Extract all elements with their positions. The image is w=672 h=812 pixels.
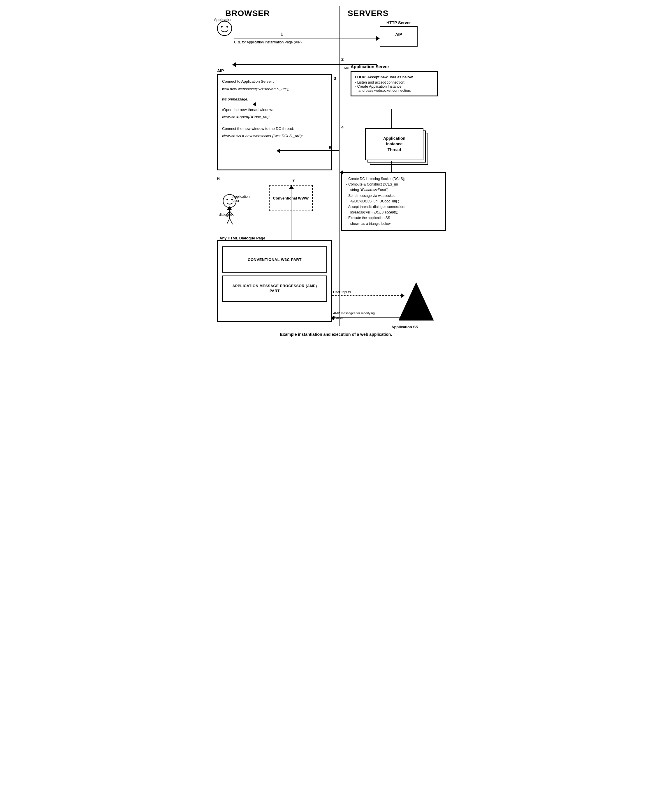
app-instance-text-box: - Create DC Listening Socket (DCLS); - C… — [341, 172, 446, 231]
arrow-7-head-up — [289, 185, 294, 189]
http-server-container: HTTP Server AIP — [375, 20, 422, 55]
app-ss-triangle — [398, 283, 434, 324]
servers-header: SERVERS — [348, 9, 388, 18]
aip-box: Connect to Application Server : ws= new … — [217, 74, 332, 171]
app-inst-to-text-horiz — [341, 172, 392, 172]
svg-point-4 — [226, 199, 228, 200]
app-user-bottom-label: Application user — [233, 194, 250, 203]
arrow-7-number: 7 — [292, 177, 295, 183]
aip-line-7: Newwin.ws = new websocket ("ws: DCLS _ur… — [222, 133, 327, 139]
dialogue-arrow-line — [229, 207, 229, 240]
svg-line-10 — [230, 218, 233, 224]
ait-line-1: - Create DC Listening Socket (DCLS); — [346, 176, 441, 182]
ait-line-7: threadsocket = DCLS.accept(); — [346, 210, 441, 215]
amp-messages-line — [332, 317, 402, 318]
app-instance-thread-box: ApplicationInstanceThread — [365, 128, 423, 160]
http-server-box: AIP — [380, 26, 417, 47]
amp-text: APPLICATION MESSAGE PROCESSOR (AMP)PART — [232, 284, 317, 294]
http-server-aip-text: AIP — [380, 27, 417, 37]
amp-messages-label: AMP messages for modifyingdisplay — [333, 311, 400, 320]
arrow-3-number: 3 — [333, 76, 336, 81]
app-server-label: Application Server — [351, 64, 389, 69]
arrow-5-number: 5 — [329, 145, 331, 150]
section-6-label: 6 — [217, 176, 220, 181]
app-server-line-2: - Listen and accept connection; — [355, 80, 434, 84]
smiley-top-icon — [217, 20, 233, 38]
arrow-5-vert — [339, 104, 340, 150]
aip-box-label: AIP — [217, 68, 224, 73]
app-server-line-1: LOOP: Accept new user as below — [355, 75, 434, 79]
aip-line-6: Connect the new window to the DC thread: — [222, 126, 327, 131]
app-ss-label: Application SS — [392, 325, 418, 329]
ait-line-4: - Send message via websocket: — [346, 193, 441, 199]
arrow-5-head — [277, 148, 280, 153]
amp-box: APPLICATION MESSAGE PROCESSOR (AMP)PART — [222, 276, 327, 302]
app-server-line-4: and pass websocket connection. — [355, 89, 434, 93]
dialogue-label: dialogue — [219, 213, 232, 217]
aip-line-3: ws.onmessage: — [222, 96, 327, 102]
main-dialogue-box: CONVENTIONAL W3C PART APPLICATION MESSAG… — [217, 240, 332, 322]
html-dialogue-label: Any HTML Dialogue Page — [219, 236, 265, 240]
svg-point-1 — [221, 26, 223, 28]
app-server-box: LOOP: Accept new user as below - Listen … — [351, 72, 438, 96]
arrow-2-head — [232, 62, 236, 67]
dialogue-arrow-up — [227, 206, 232, 210]
ait-line-6: - Accept thread's dialogue connection: — [346, 204, 441, 210]
arrow-4-vert — [392, 109, 392, 129]
diagram-container: BROWSER SERVERS Application user HTTP Se… — [211, 6, 461, 326]
aip-line-4: /Open the new thread window: — [222, 107, 327, 113]
arrow-3-horiz-line — [255, 104, 340, 104]
ait-line-8: - Execute the application SS — [346, 215, 441, 221]
ait-line-9: shown as a triangle below: — [346, 221, 441, 227]
arrow-3-head — [253, 102, 256, 107]
http-server-label: HTTP Server — [375, 20, 422, 25]
caption: Example instantiation and execution of a… — [211, 332, 461, 337]
aip-line-5: Newwin = open(DCdoc_uri); — [222, 114, 327, 120]
browser-header: BROWSER — [225, 9, 270, 18]
conv-w3c-box: CONVENTIONAL W3C PART — [222, 246, 327, 273]
arrow-1-head — [376, 36, 380, 41]
app-inst-to-text-head — [340, 170, 343, 175]
arrow-2-desc: AIP — [344, 66, 349, 70]
ait-line-5: <//DC>[DCLS_uri, DCdoc_uri] ; — [346, 199, 441, 204]
conv-w3c-text: CONVENTIONAL W3C PART — [248, 258, 302, 262]
arrow-3-vert — [339, 64, 340, 75]
user-inputs-label: User Inputs — [333, 290, 351, 294]
user-inputs-dashed-line — [332, 295, 402, 296]
arrow-1-number: 1 — [280, 31, 283, 36]
ait-line-2: - Compute & Construct DCLS_uri — [346, 182, 441, 187]
app-user-bottom-line1: Application — [233, 194, 250, 199]
app-inst-to-text-vert — [392, 161, 392, 172]
app-user-bottom-line2: user — [233, 199, 239, 203]
svg-marker-11 — [398, 283, 434, 321]
arrow-7-line — [291, 186, 291, 242]
aip-line-1: Connect to Application Server : — [222, 78, 327, 84]
vertical-divider — [339, 6, 340, 326]
arrow-5-horiz — [278, 150, 340, 151]
aip-line-2: ws= new websocket("ws:serverLS_uri"); — [222, 86, 327, 92]
aip-box-content: Connect to Application Server : ws= new … — [222, 78, 327, 139]
arrow-2-number: 2 — [341, 57, 344, 62]
amp-messages-head — [330, 316, 334, 321]
app-server-line-3: - Create Application Instance — [355, 84, 434, 89]
arrow-1-desc: URL for Application Instantiation Page (… — [234, 40, 302, 44]
svg-point-0 — [217, 21, 232, 36]
svg-point-2 — [226, 26, 228, 28]
arrow-4-number: 4 — [341, 125, 344, 130]
arrow-1-line — [234, 38, 377, 38]
ait-line-3: string "IPaddress:Port#"; — [346, 187, 441, 193]
